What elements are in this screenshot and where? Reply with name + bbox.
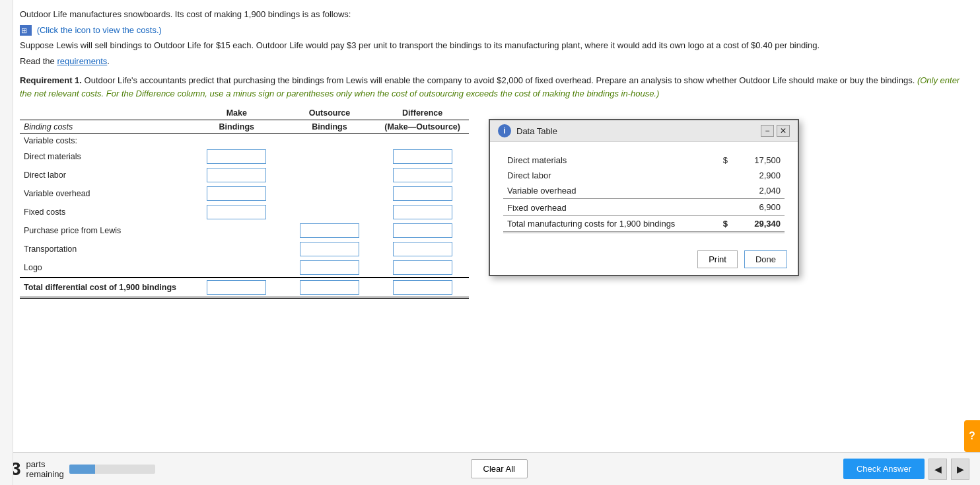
dt-direct-materials-row: Direct materials $ 17,500: [503, 153, 785, 168]
fixed-costs-label: Fixed costs: [20, 203, 190, 221]
left-sidebar: [0, 0, 13, 485]
requirement-bold: Requirement 1.: [20, 75, 82, 85]
dt-direct-labor-row: Direct labor 2,900: [503, 168, 785, 183]
fixed-costs-diff-input[interactable]: [393, 205, 452, 219]
parts-label-group: parts remaining: [26, 459, 64, 479]
total-make-cell[interactable]: [190, 278, 283, 298]
direct-materials-make-cell[interactable]: [190, 147, 283, 166]
intro-line2: Suppose Lewis will sell bindings to Outd…: [20, 39, 967, 52]
transportation-outsource-input[interactable]: [300, 242, 359, 256]
transportation-outsource-cell[interactable]: [283, 240, 376, 258]
purchase-price-outsource-cell[interactable]: [283, 221, 376, 240]
purchase-price-row: Purchase price from Lewis: [20, 221, 469, 240]
bottom-center: Clear All: [155, 459, 843, 478]
clear-all-button[interactable]: Clear All: [471, 459, 528, 478]
fixed-costs-make-cell[interactable]: [190, 203, 283, 221]
logo-diff-cell[interactable]: [376, 258, 469, 278]
variable-overhead-make-cell[interactable]: [190, 184, 283, 203]
dt-direct-materials-value: 17,500: [732, 153, 785, 168]
requirements-link[interactable]: requirements: [57, 56, 107, 66]
dt-total-dollar: $: [712, 216, 732, 233]
transportation-label: Transportation: [20, 240, 190, 258]
direct-materials-diff-input[interactable]: [393, 149, 452, 164]
variable-overhead-row: Variable overhead: [20, 184, 469, 203]
read-requirements: Read the requirements.: [20, 55, 967, 68]
direct-labor-diff-cell[interactable]: [376, 166, 469, 184]
dt-direct-materials-dollar: $: [712, 153, 732, 168]
info-icon: i: [498, 124, 511, 137]
dt-total-row: Total manufacturing costs for 1,900 bind…: [503, 216, 785, 233]
direct-materials-diff-cell[interactable]: [376, 147, 469, 166]
minimize-button[interactable]: −: [761, 125, 774, 137]
click-icon-link[interactable]: (Click the icon to view the costs.): [37, 25, 162, 35]
variable-overhead-make-input[interactable]: [207, 186, 266, 201]
print-button[interactable]: Print: [697, 250, 738, 268]
table-icon[interactable]: [20, 25, 32, 36]
direct-labor-make-cell[interactable]: [190, 166, 283, 184]
dt-variable-overhead-value: 2,040: [732, 183, 785, 199]
dt-direct-labor-label: Direct labor: [503, 168, 712, 183]
transportation-diff-cell[interactable]: [376, 240, 469, 258]
direct-materials-label: Direct materials: [20, 147, 190, 166]
logo-row: Logo: [20, 258, 469, 278]
outsource-bindings-label: Bindings: [283, 120, 376, 134]
dt-direct-labor-value: 2,900: [732, 168, 785, 183]
close-button[interactable]: ✕: [777, 125, 790, 137]
logo-diff-input[interactable]: [393, 260, 452, 275]
nav-next-arrow[interactable]: ▶: [951, 459, 969, 480]
intro-line1: Outdoor Life manufactures snowboards. It…: [20, 8, 967, 21]
variable-costs-label: Variable costs:: [20, 134, 190, 148]
purchase-price-label: Purchase price from Lewis: [20, 221, 190, 240]
make-bindings-label: Bindings: [190, 120, 283, 134]
variable-overhead-diff-input[interactable]: [393, 186, 452, 201]
direct-labor-label: Direct labor: [20, 166, 190, 184]
bottom-bar: 3 parts remaining Clear All Check Answer…: [0, 452, 980, 485]
intro-section: Outdoor Life manufactures snowboards. It…: [20, 8, 967, 67]
total-label: Total differential cost of 1,900 binding…: [20, 278, 190, 298]
transportation-diff-input[interactable]: [393, 242, 452, 256]
total-outsource-input[interactable]: [300, 280, 359, 295]
total-make-input[interactable]: [207, 280, 266, 295]
total-diff-cell[interactable]: [376, 278, 469, 298]
total-row: Total differential cost of 1,900 binding…: [20, 278, 469, 298]
purchase-price-outsource-input[interactable]: [300, 223, 359, 238]
modal-title-area: i Data Table: [498, 124, 557, 137]
variable-overhead-diff-cell[interactable]: [376, 184, 469, 203]
total-diff-input[interactable]: [393, 280, 452, 295]
dt-total-label: Total manufacturing costs for 1,900 bind…: [503, 216, 712, 233]
fixed-costs-diff-cell[interactable]: [376, 203, 469, 221]
cost-table: Make Outsource Difference Binding costs …: [20, 106, 469, 299]
purchase-price-diff-cell[interactable]: [376, 221, 469, 240]
header-row1: Make Outsource Difference: [20, 106, 469, 120]
direct-labor-diff-input[interactable]: [393, 168, 452, 182]
help-button[interactable]: ?: [964, 420, 980, 452]
done-button[interactable]: Done: [744, 250, 787, 268]
col3-header: Outsource: [283, 106, 376, 120]
fixed-costs-row: Fixed costs: [20, 203, 469, 221]
direct-labor-row: Direct labor: [20, 166, 469, 184]
variable-overhead-label: Variable overhead: [20, 184, 190, 203]
header-row2: Binding costs Bindings Bindings (Make—Ou…: [20, 120, 469, 134]
logo-outsource-cell[interactable]: [283, 258, 376, 278]
total-outsource-cell[interactable]: [283, 278, 376, 298]
col4-header: Difference: [376, 106, 469, 120]
direct-labor-make-input[interactable]: [207, 168, 266, 182]
right-controls: Check Answer ◀ ▶: [843, 459, 969, 480]
modal-title: Data Table: [516, 126, 557, 136]
transportation-row: Transportation: [20, 240, 469, 258]
dt-total-value: 29,340: [732, 216, 785, 233]
dt-direct-materials-label: Direct materials: [503, 153, 712, 168]
dt-fixed-overhead-value: 6,900: [732, 199, 785, 216]
nav-prev-arrow[interactable]: ◀: [928, 459, 947, 480]
purchase-price-diff-input[interactable]: [393, 223, 452, 238]
modal-footer: Print Done: [490, 244, 798, 275]
data-table: Direct materials $ 17,500 Direct labor 2…: [503, 153, 785, 233]
direct-materials-make-input[interactable]: [207, 149, 266, 164]
logo-outsource-input[interactable]: [300, 260, 359, 275]
fixed-costs-make-input[interactable]: [207, 205, 266, 219]
modal-controls[interactable]: − ✕: [761, 125, 790, 137]
parts-label1: parts: [26, 459, 64, 469]
progress-bar-fill: [69, 465, 95, 474]
data-table-modal: i Data Table − ✕ Direct materials $ 17,5…: [489, 119, 799, 276]
check-answer-button[interactable]: Check Answer: [843, 459, 925, 479]
